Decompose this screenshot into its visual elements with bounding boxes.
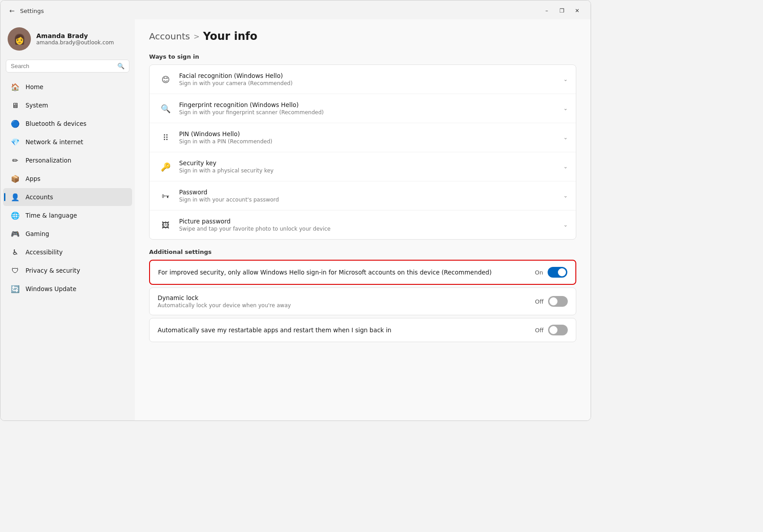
breadcrumb-current: Your info: [203, 30, 257, 43]
additional-settings-label: Additional settings: [149, 249, 576, 255]
sidebar-item-gaming[interactable]: 🎮 Gaming: [3, 225, 132, 243]
nav-label-bluetooth: Bluetooth & devices: [26, 120, 86, 127]
nav-icon-time: 🌐: [10, 210, 20, 220]
app-body: 👩 Amanda Brady amanda.brady@outlook.com …: [0, 19, 591, 420]
setting-title: PIN (Windows Hello): [179, 130, 563, 137]
toggle-switch[interactable]: [548, 296, 568, 307]
sign-in-item[interactable]: 🔍 Fingerprint recognition (Windows Hello…: [150, 94, 576, 123]
setting-text: Password Sign in with your account's pas…: [179, 189, 563, 203]
setting-title: Automatically save my restartable apps a…: [158, 326, 391, 334]
setting-text: Picture password Swipe and tap your favo…: [179, 218, 563, 232]
setting-title: Picture password: [179, 218, 563, 225]
sign-in-section-label: Ways to sign in: [149, 53, 576, 60]
sidebar-item-time[interactable]: 🌐 Time & language: [3, 206, 132, 224]
content-area: Accounts > Your info Ways to sign in 😊 F…: [135, 19, 591, 420]
toggle-wrapper: Off: [535, 296, 568, 307]
toggle-text: Automatically save my restartable apps a…: [158, 326, 535, 334]
title-bar-left: ← Settings: [8, 6, 44, 15]
nav-icon-accounts: 👤: [10, 192, 20, 202]
toggle-knob: [549, 326, 557, 334]
title-bar: ← Settings – ❐ ✕: [0, 0, 591, 19]
sidebar-item-network[interactable]: 💎 Network & internet: [3, 133, 132, 151]
additional-item-restart-apps: Automatically save my restartable apps a…: [149, 318, 576, 342]
setting-text: Fingerprint recognition (Windows Hello) …: [179, 101, 563, 116]
nav-label-time: Time & language: [26, 212, 77, 219]
sidebar-item-apps[interactable]: 📦 Apps: [3, 170, 132, 188]
toggle-text: Dynamic lock Automatically lock your dev…: [158, 294, 535, 309]
window-title: Settings: [20, 8, 44, 14]
search-box[interactable]: 🔍: [6, 60, 129, 73]
setting-text: Facial recognition (Windows Hello) Sign …: [179, 72, 563, 86]
search-input[interactable]: [11, 63, 114, 69]
user-email: amanda.brady@outlook.com: [36, 39, 114, 46]
nav-icon-personalization: ✏️: [10, 155, 20, 165]
sign-in-item[interactable]: 🗝 Password Sign in with your account's p…: [150, 181, 576, 210]
sign-in-item[interactable]: 😊 Facial recognition (Windows Hello) Sig…: [150, 65, 576, 94]
toggle-knob: [549, 297, 557, 305]
setting-icon: 😊: [158, 71, 174, 87]
setting-text: PIN (Windows Hello) Sign in with a PIN (…: [179, 130, 563, 145]
restore-button[interactable]: ❐: [556, 6, 568, 16]
sign-in-item[interactable]: 🔑 Security key Sign in with a physical s…: [150, 152, 576, 181]
sidebar-item-accessibility[interactable]: ♿ Accessibility: [3, 243, 132, 261]
setting-desc: Sign in with your camera (Recommended): [179, 80, 563, 86]
nav-label-gaming: Gaming: [26, 230, 49, 237]
sidebar-item-privacy[interactable]: 🛡 Privacy & security: [3, 262, 132, 279]
toggle-switch[interactable]: [548, 267, 567, 278]
nav-label-personalization: Personalization: [26, 157, 71, 164]
setting-desc: Sign in with your fingerprint scanner (R…: [179, 109, 563, 116]
avatar: 👩: [8, 27, 31, 51]
toggle-status-label: Off: [535, 298, 544, 305]
setting-title: Fingerprint recognition (Windows Hello): [179, 101, 563, 108]
nav-label-update: Windows Update: [26, 285, 76, 292]
setting-desc: Sign in with your account's password: [179, 197, 563, 203]
user-info: Amanda Brady amanda.brady@outlook.com: [36, 32, 114, 46]
back-button[interactable]: ←: [8, 6, 17, 15]
user-name: Amanda Brady: [36, 32, 114, 39]
breadcrumb: Accounts > Your info: [149, 30, 576, 43]
sign-in-card: 😊 Facial recognition (Windows Hello) Sig…: [149, 64, 576, 240]
minimize-button[interactable]: –: [540, 6, 553, 16]
sidebar-item-personalization[interactable]: ✏️ Personalization: [3, 151, 132, 169]
sidebar-item-update[interactable]: 🔄 Windows Update: [3, 280, 132, 298]
setting-icon: 🔑: [158, 159, 174, 175]
nav-icon-bluetooth: 🔵: [10, 119, 20, 129]
sidebar-item-home[interactable]: 🏠 Home: [3, 78, 132, 96]
toggle-status-label: Off: [535, 327, 544, 334]
sidebar-item-system[interactable]: 🖥 System: [3, 96, 132, 114]
nav-label-home: Home: [26, 83, 43, 90]
sign-in-item[interactable]: ⠿ PIN (Windows Hello) Sign in with a PIN…: [150, 123, 576, 152]
nav-label-network: Network & internet: [26, 138, 83, 146]
nav-icon-privacy: 🛡: [10, 266, 20, 275]
setting-title: For improved security, only allow Window…: [158, 269, 492, 276]
nav-icon-accessibility: ♿: [10, 247, 20, 257]
toggle-switch[interactable]: [548, 325, 568, 335]
toggle-text: For improved security, only allow Window…: [158, 269, 535, 276]
setting-icon: ⠿: [158, 129, 174, 146]
setting-title: Password: [179, 189, 563, 196]
toggle-status-label: On: [535, 269, 543, 276]
setting-desc: Sign in with a physical security key: [179, 167, 563, 174]
chevron-down-icon: ⌄: [563, 222, 568, 228]
close-button[interactable]: ✕: [571, 6, 583, 16]
sidebar: 👩 Amanda Brady amanda.brady@outlook.com …: [0, 19, 135, 420]
nav-list: 🏠 Home 🖥 System 🔵 Bluetooth & devices 💎 …: [0, 78, 135, 298]
toggle-wrapper: On: [535, 267, 567, 278]
chevron-down-icon: ⌄: [563, 105, 568, 112]
chevron-down-icon: ⌄: [563, 163, 568, 170]
chevron-down-icon: ⌄: [563, 134, 568, 141]
sidebar-item-accounts[interactable]: 👤 Accounts: [3, 188, 132, 206]
nav-icon-apps: 📦: [10, 174, 20, 184]
chevron-down-icon: ⌄: [563, 76, 568, 82]
sign-in-item[interactable]: 🖼 Picture password Swipe and tap your fa…: [150, 210, 576, 239]
breadcrumb-accounts[interactable]: Accounts: [149, 31, 190, 42]
toggle-wrapper: Off: [535, 325, 568, 335]
setting-desc: Swipe and tap your favorite photo to unl…: [179, 226, 563, 232]
setting-icon: 🖼: [158, 217, 174, 233]
sidebar-item-bluetooth[interactable]: 🔵 Bluetooth & devices: [3, 115, 132, 133]
window-controls: – ❐ ✕: [540, 6, 583, 16]
setting-desc: Sign in with a PIN (Recommended): [179, 138, 563, 145]
user-profile: 👩 Amanda Brady amanda.brady@outlook.com: [0, 23, 135, 58]
setting-text: Security key Sign in with a physical sec…: [179, 159, 563, 174]
nav-label-privacy: Privacy & security: [26, 267, 80, 274]
